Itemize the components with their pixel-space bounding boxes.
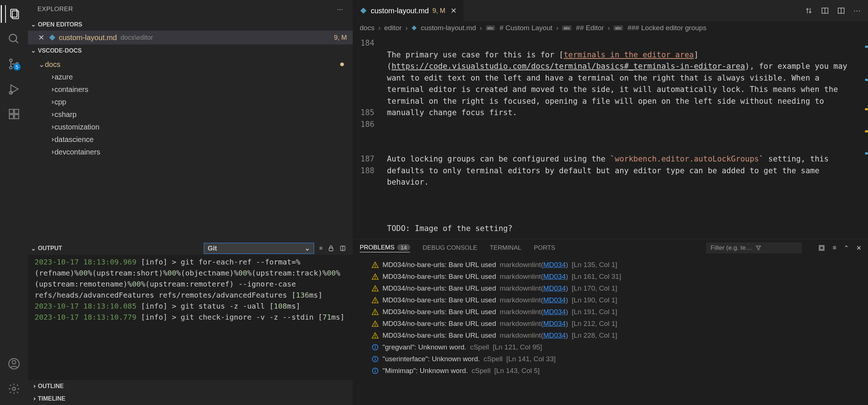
problem-code[interactable]: MD034 [543, 308, 566, 316]
problem-code[interactable]: MD034 [543, 331, 566, 339]
close-icon[interactable]: ✕ [451, 6, 457, 15]
output-header[interactable]: ⌄ OUTPUT Git ⌄ ≡ [28, 242, 353, 255]
svg-point-34 [375, 326, 376, 326]
explorer-icon[interactable] [5, 5, 23, 23]
svg-rect-8 [9, 109, 13, 113]
open-editor-filename: custom-layout.md [59, 33, 117, 42]
problem-code[interactable]: MD034 [543, 261, 566, 269]
folder-label: cpp [54, 98, 66, 106]
problems-list[interactable]: MD034/no-bare-urls: Bare URL used markdo… [353, 257, 868, 405]
tab-debug-console[interactable]: DEBUG CONSOLE [423, 244, 477, 252]
code-content[interactable]: The primary use case for this is for [te… [387, 35, 868, 239]
code-link[interactable]: terminals in the editor area [563, 50, 694, 59]
info-icon [371, 355, 379, 363]
problem-message: MD034/no-bare-urls: Bare URL used [383, 284, 496, 292]
open-editors-header[interactable]: ⌄ OPEN EDITORS [28, 18, 353, 31]
lock-icon[interactable] [328, 245, 334, 252]
chevron-right-icon: ⌄ [47, 111, 56, 118]
outline-label: OUTLINE [38, 383, 64, 390]
warning-icon [371, 320, 379, 327]
svg-point-42 [375, 358, 376, 358]
minimap[interactable] [861, 35, 868, 239]
problem-row[interactable]: MD034/no-bare-urls: Bare URL used markdo… [353, 294, 868, 306]
tree-folder[interactable]: ⌄containers [28, 83, 353, 96]
problem-code[interactable]: MD034 [543, 284, 566, 292]
tree-folder[interactable]: ⌄azure [28, 71, 353, 83]
output-channel-value: Git [208, 245, 217, 252]
output-channel-select[interactable]: Git ⌄ [204, 243, 314, 254]
search-icon[interactable] [5, 30, 23, 48]
problem-row[interactable]: MD034/no-bare-urls: Bare URL used markdo… [353, 306, 868, 318]
maximize-panel-icon[interactable]: ⌃ [844, 244, 849, 252]
tree-folder[interactable]: ⌄devcontainers [28, 146, 353, 158]
more-icon[interactable]: ⋯ [337, 6, 344, 13]
open-editor-item[interactable]: ✕ custom-layout.md docs\editor 9, M [28, 31, 353, 45]
view-as-list-icon[interactable]: ≡ [833, 244, 836, 252]
problem-row[interactable]: "userinterface": Unknown word. cSpell [L… [353, 353, 868, 365]
problem-code[interactable]: MD034 [543, 320, 566, 327]
problem-row[interactable]: MD034/no-bare-urls: Bare URL used markdo… [353, 330, 868, 341]
breadcrumb-item[interactable]: ### Locked editor groups [627, 24, 706, 32]
output-body[interactable]: 2023-10-17 18:13:09.969 [info] > git for… [28, 255, 353, 380]
filter-icon[interactable]: ≡ [319, 245, 323, 252]
problem-row[interactable]: MD034/no-bare-urls: Bare URL used markdo… [353, 283, 868, 294]
problem-row[interactable]: MD034/no-bare-urls: Bare URL used markdo… [353, 271, 868, 283]
source-control-icon[interactable]: 5 [5, 55, 23, 73]
code-url[interactable]: https://code.visualstudio.com/docs/termi… [392, 62, 745, 71]
account-icon[interactable] [5, 355, 23, 373]
outline-header[interactable]: ⌄ OUTLINE [28, 380, 353, 392]
more-icon[interactable]: ⋯ [853, 6, 861, 15]
problem-row[interactable]: "gregvanl": Unknown word. cSpell [Ln 121… [353, 341, 868, 353]
problem-location: [Ln 228, Col 1] [572, 331, 618, 340]
problem-row[interactable]: "Mimimap": Unknown word. cSpell [Ln 143,… [353, 365, 868, 377]
close-icon[interactable]: ✕ [37, 33, 46, 42]
tab-filename: custom-layout.md [371, 7, 429, 15]
problem-source: markdownlint(MD034) [500, 273, 568, 281]
problem-code[interactable]: MD034 [543, 273, 566, 280]
close-panel-icon[interactable]: ✕ [856, 244, 861, 252]
compare-changes-icon[interactable] [805, 7, 813, 15]
breadcrumb-item[interactable]: docs [360, 24, 374, 32]
tab-terminal[interactable]: TERMINAL [490, 244, 521, 252]
tab-ports[interactable]: PORTS [534, 244, 555, 252]
tree-folder[interactable]: ⌄customization [28, 121, 353, 133]
editor-tab[interactable]: custom-layout.md 9, M ✕ [353, 0, 464, 21]
problem-row[interactable]: MD034/no-bare-urls: Bare URL used markdo… [353, 318, 868, 330]
tab-problems[interactable]: PROBLEMS 14 [360, 244, 410, 252]
problem-message: MD034/no-bare-urls: Bare URL used [383, 296, 496, 304]
svg-point-5 [10, 66, 12, 69]
problem-code[interactable]: MD034 [543, 296, 566, 304]
tab-badge: 9, M [433, 7, 445, 15]
filter-icon[interactable] [755, 245, 797, 251]
problem-row[interactable]: MD034/no-bare-urls: Bare URL used markdo… [353, 259, 868, 271]
settings-gear-icon[interactable] [5, 380, 23, 398]
tree-folder[interactable]: ⌄cpp [28, 96, 353, 108]
folder-label: csharp [54, 110, 77, 119]
breadcrumb-item[interactable]: editor [384, 24, 402, 32]
problem-source: markdownlint(MD034) [500, 320, 568, 328]
timeline-header[interactable]: ⌄ TIMELINE [28, 392, 353, 405]
clear-icon[interactable] [339, 245, 346, 252]
folder-label: docs [45, 60, 60, 69]
split-editor-icon[interactable] [837, 7, 845, 15]
breadcrumb-item[interactable]: custom-layout.md [421, 24, 476, 32]
breadcrumb-item[interactable]: # Custom Layout [499, 24, 552, 32]
collapse-icon[interactable] [818, 244, 825, 252]
workspace-header[interactable]: ⌄ VSCODE-DOCS [28, 45, 353, 57]
editor-body[interactable]: 184185186187188 The primary use case for… [353, 35, 868, 239]
problem-location: [Ln 190, Col 1] [572, 296, 618, 304]
breadcrumb[interactable]: docs› editor› custom-layout.md› abc# Cus… [353, 21, 868, 35]
tree-folder[interactable]: ⌄csharp [28, 108, 353, 121]
problem-message: MD034/no-bare-urls: Bare URL used [383, 273, 496, 281]
info-icon [371, 344, 379, 351]
svg-rect-9 [9, 114, 13, 118]
run-debug-icon[interactable] [5, 80, 23, 98]
svg-point-4 [10, 59, 12, 62]
problem-source: cSpell [484, 355, 503, 363]
open-preview-icon[interactable] [821, 7, 829, 15]
extensions-icon[interactable] [5, 105, 23, 123]
tree-folder[interactable]: ⌄datascience [28, 133, 353, 146]
problems-filter-input[interactable]: Filter (e.g. text, **/*.ts, !*... [706, 242, 802, 253]
breadcrumb-item[interactable]: ## Editor [576, 24, 604, 32]
tree-folder-docs[interactable]: ⌄ docs [28, 58, 353, 71]
